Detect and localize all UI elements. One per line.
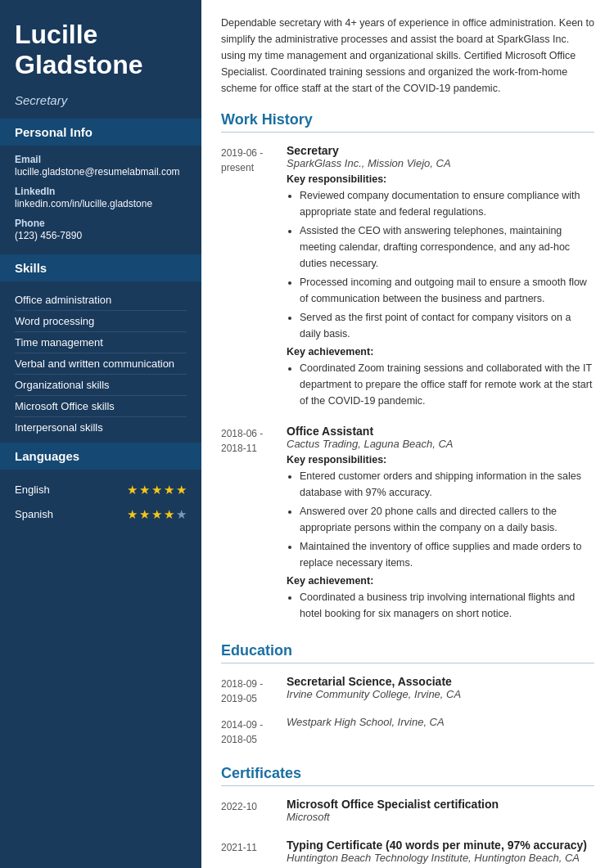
cert-issuer: Microsoft [287, 811, 594, 823]
skills-content: Office administrationWord processingTime… [0, 281, 201, 443]
achievement-label: Key achievement: [287, 346, 594, 358]
edu-body: Westpark High School, Irvine, CA [287, 716, 594, 747]
star-filled: ★ [139, 483, 150, 497]
language-stars: ★★★★★ [127, 507, 187, 522]
edu-date: 2014-09 - 2018-05 [221, 716, 277, 747]
responsibility-item: Assisted the CEO with answering telephon… [300, 223, 594, 272]
languages-content: English★★★★★Spanish★★★★★ [0, 470, 201, 532]
edu-date: 2018-09 - 2019-05 [221, 675, 277, 706]
skills-section: Skills Office administrationWord process… [0, 254, 201, 443]
skill-item: Microsoft Office skills [15, 396, 187, 417]
cert-issuer: Huntington Beach Technology Institute, H… [287, 852, 594, 864]
languages-header: Languages [0, 443, 201, 470]
entry-company: Cactus Trading, Laguna Beach, CA [287, 438, 594, 450]
cert-body: Microsoft Office Specialist certificatio… [287, 798, 594, 827]
star-filled: ★ [151, 507, 162, 522]
linkedin-value: linkedin.com/in/lucille.gladstone [15, 198, 152, 209]
linkedin-label: LinkedIn [15, 186, 187, 197]
sidebar-title: Secretary [0, 88, 201, 119]
skills-header: Skills [0, 254, 201, 281]
personal-info-header: Personal Info [0, 119, 201, 146]
education-section: Education 2018-09 - 2019-05Secretarial S… [221, 642, 594, 747]
responsibility-item: Served as the first point of contact for… [300, 309, 594, 342]
responsibilities-list: Entered customer orders and shipping inf… [287, 468, 594, 571]
main-content: Dependable secretary with 4+ years of ex… [201, 0, 614, 868]
responsibilities-label: Key responsibilities: [287, 454, 594, 465]
entry-body: SecretarySparkGlass Inc., Mission Viejo,… [287, 144, 594, 412]
cert-title: Microsoft Office Specialist certificatio… [287, 798, 594, 811]
edu-school: Irvine Community College, Irvine, CA [287, 688, 594, 700]
work-entry: 2019-06 - presentSecretarySparkGlass Inc… [221, 144, 594, 412]
edu-degree: Secretarial Science, Associate [287, 675, 594, 688]
edu-entries: 2018-09 - 2019-05Secretarial Science, As… [221, 675, 594, 747]
work-history-section: Work History 2019-06 - presentSecretaryS… [221, 111, 594, 624]
cert-date: 2022-10 [221, 798, 277, 827]
languages-section: Languages English★★★★★Spanish★★★★★ [0, 443, 201, 532]
edu-school: Westpark High School, Irvine, CA [287, 716, 594, 728]
education-title: Education [221, 642, 594, 663]
responsibility-item: Maintained the inventory of office suppl… [300, 538, 594, 571]
language-item: English★★★★★ [15, 478, 187, 502]
star-empty: ★ [176, 507, 187, 522]
entry-date: 2018-06 - 2018-11 [221, 425, 277, 624]
skill-item: Office administration [15, 290, 187, 311]
phone-label: Phone [15, 218, 187, 229]
responsibility-item: Reviewed company documentation to ensure… [300, 187, 594, 220]
personal-info-content: Email lucille.gladstone@resumelabmail.co… [0, 146, 201, 254]
skills-list: Office administrationWord processingTime… [15, 290, 187, 438]
skill-item: Word processing [15, 311, 187, 332]
sidebar-name-block: Lucille Gladstone [0, 0, 201, 88]
responsibility-item: Entered customer orders and shipping inf… [300, 468, 594, 501]
phone-value: (123) 456-7890 [15, 230, 82, 241]
language-stars: ★★★★★ [127, 483, 187, 497]
sidebar: Lucille Gladstone Secretary Personal Inf… [0, 0, 201, 868]
entry-company: SparkGlass Inc., Mission Viejo, CA [287, 157, 594, 169]
entry-job-title: Office Assistant [287, 425, 594, 438]
work-history-title: Work History [221, 111, 594, 133]
cert-entries: 2022-10Microsoft Office Specialist certi… [221, 798, 594, 868]
edu-entry: 2018-09 - 2019-05Secretarial Science, As… [221, 675, 594, 706]
star-filled: ★ [164, 507, 174, 522]
summary-text: Dependable secretary with 4+ years of ex… [221, 15, 594, 97]
star-filled: ★ [176, 483, 187, 497]
entry-job-title: Secretary [287, 144, 594, 157]
achievements-list: Coordinated Zoom training sessions and c… [287, 360, 594, 409]
star-filled: ★ [127, 507, 138, 522]
cert-entry: 2021-11Typing Certificate (40 words per … [221, 839, 594, 868]
work-entry: 2018-06 - 2018-11Office AssistantCactus … [221, 425, 594, 624]
star-filled: ★ [164, 483, 174, 497]
responsibility-item: Processed incoming and outgoing mail to … [300, 274, 594, 307]
edu-entry: 2014-09 - 2018-05Westpark High School, I… [221, 716, 594, 747]
cert-body: Typing Certificate (40 words per minute,… [287, 839, 594, 868]
responsibilities-label: Key responsibilities: [287, 173, 594, 185]
achievement-item: Coordinated Zoom training sessions and c… [300, 360, 594, 409]
cert-title: Typing Certificate (40 words per minute,… [287, 839, 594, 852]
language-name: Spanish [15, 508, 53, 520]
star-filled: ★ [151, 483, 162, 497]
email-value: lucille.gladstone@resumelabmail.com [15, 166, 180, 178]
email-label: Email [15, 154, 187, 165]
achievement-item: Coordinated a business trip involving in… [300, 589, 594, 622]
star-filled: ★ [139, 507, 150, 522]
language-name: English [15, 483, 50, 496]
phone-item: Phone (123) 456-7890 [15, 218, 187, 241]
skill-item: Organizational skills [15, 375, 187, 396]
certificates-title: Certificates [221, 765, 594, 786]
entry-body: Office AssistantCactus Trading, Laguna B… [287, 425, 594, 624]
achievement-label: Key achievement: [287, 575, 594, 587]
entry-date: 2019-06 - present [221, 144, 277, 412]
full-name: Lucille Gladstone [15, 20, 187, 80]
edu-body: Secretarial Science, AssociateIrvine Com… [287, 675, 594, 706]
certificates-section: Certificates 2022-10Microsoft Office Spe… [221, 765, 594, 868]
responsibility-item: Answered over 20 phone calls and directe… [300, 503, 594, 536]
achievements-list: Coordinated a business trip involving in… [287, 589, 594, 622]
personal-info-section: Personal Info Email lucille.gladstone@re… [0, 119, 201, 254]
cert-entry: 2022-10Microsoft Office Specialist certi… [221, 798, 594, 827]
linkedin-item: LinkedIn linkedin.com/in/lucille.gladsto… [15, 186, 187, 209]
work-entries: 2019-06 - presentSecretarySparkGlass Inc… [221, 144, 594, 624]
email-item: Email lucille.gladstone@resumelabmail.co… [15, 154, 187, 178]
skill-item: Verbal and written communication [15, 353, 187, 375]
star-filled: ★ [127, 483, 138, 497]
skill-item: Interpersonal skills [15, 417, 187, 438]
responsibilities-list: Reviewed company documentation to ensure… [287, 187, 594, 342]
